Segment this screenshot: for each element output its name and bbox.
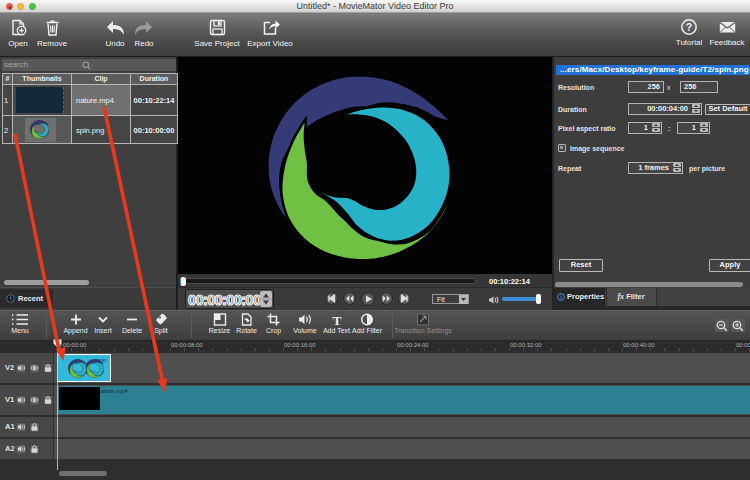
svg-text:T: T bbox=[332, 313, 341, 326]
svg-text:?: ? bbox=[686, 21, 692, 33]
svg-text:i: i bbox=[560, 294, 562, 300]
